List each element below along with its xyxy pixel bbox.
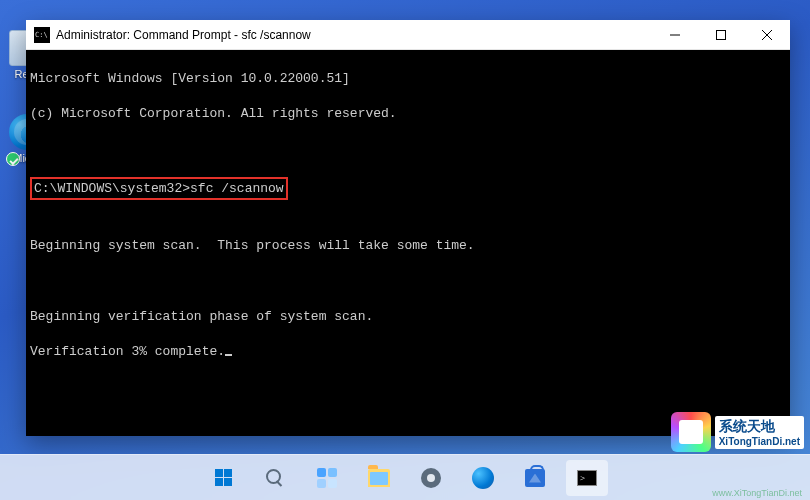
window-controls: [652, 20, 790, 49]
terminal-blank: [30, 140, 786, 158]
maximize-button[interactable]: [698, 20, 744, 49]
watermark: 系统天地 XiTongTianDi.net: [671, 412, 804, 452]
gear-icon: [421, 468, 441, 488]
terminal-output[interactable]: Microsoft Windows [Version 10.0.22000.51…: [26, 50, 790, 436]
file-explorer-icon: [368, 469, 390, 487]
widgets-icon: [317, 468, 337, 488]
watermark-brand-en: XiTongTianDi.net: [719, 436, 800, 447]
terminal-line-copyright: (c) Microsoft Corporation. All rights re…: [30, 105, 786, 123]
taskbar-edge-button[interactable]: [462, 460, 504, 496]
cursor-icon: [225, 354, 232, 356]
terminal-line-verification-phase: Beginning verification phase of system s…: [30, 308, 786, 326]
edge-taskbar-icon: [472, 467, 494, 489]
window-title: Administrator: Command Prompt - sfc /sca…: [56, 28, 311, 42]
watermark-text: 系统天地 XiTongTianDi.net: [715, 416, 804, 449]
window-titlebar[interactable]: Administrator: Command Prompt - sfc /sca…: [26, 20, 790, 50]
checkmark-badge-icon: [6, 152, 20, 166]
command-highlight: C:\WINDOWS\system32>sfc /scannow: [30, 177, 288, 201]
taskbar-settings-button[interactable]: [410, 460, 452, 496]
terminal-blank: [30, 273, 786, 291]
terminal-prompt: C:\WINDOWS\system32>: [34, 181, 190, 196]
start-button[interactable]: [202, 460, 244, 496]
maximize-icon: [716, 30, 726, 40]
taskbar-search-button[interactable]: [254, 460, 296, 496]
svg-rect-1: [717, 30, 726, 39]
taskbar: [0, 454, 810, 500]
command-prompt-window: Administrator: Command Prompt - sfc /sca…: [26, 20, 790, 436]
watermark-url: www.XiTongTianDi.net: [712, 488, 802, 498]
terminal-line-version: Microsoft Windows [Version 10.0.22000.51…: [30, 70, 786, 88]
store-icon: [525, 469, 545, 487]
terminal-command: sfc /scannow: [190, 181, 284, 196]
taskbar-store-button[interactable]: [514, 460, 556, 496]
windows-logo-icon: [215, 469, 232, 486]
cmd-app-icon: [34, 27, 50, 43]
close-icon: [762, 30, 772, 40]
terminal-line-scan-start: Beginning system scan. This process will…: [30, 237, 786, 255]
taskbar-widgets-button[interactable]: [306, 460, 348, 496]
minimize-button[interactable]: [652, 20, 698, 49]
terminal-progress-text: Verification 3% complete.: [30, 344, 225, 359]
watermark-brand-cn: 系统天地: [719, 418, 775, 434]
close-button[interactable]: [744, 20, 790, 49]
search-icon: [266, 469, 284, 487]
taskbar-explorer-button[interactable]: [358, 460, 400, 496]
terminal-line-progress: Verification 3% complete.: [30, 343, 786, 361]
minimize-icon: [670, 30, 680, 40]
terminal-blank: [30, 202, 786, 220]
taskbar-cmd-button[interactable]: [566, 460, 608, 496]
cmd-taskbar-icon: [577, 470, 597, 486]
watermark-logo-icon: [671, 412, 711, 452]
